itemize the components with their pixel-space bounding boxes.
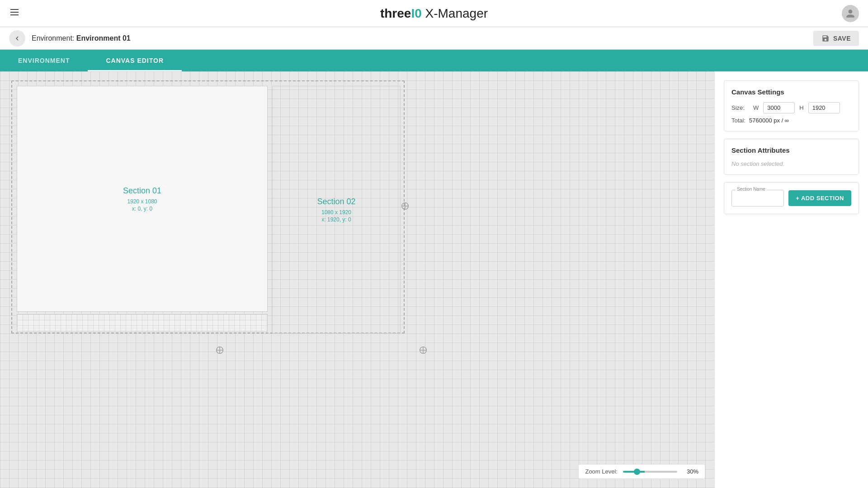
- section-01-label: Section 01: [123, 186, 161, 196]
- canvas-area[interactable]: Section 01 868 x 488 x: 0, y: 0 Sectio…: [0, 71, 714, 488]
- section-name-input[interactable]: [732, 190, 783, 206]
- section-attributes-title: Section Attributes: [731, 146, 851, 154]
- section-name-legend: Section Name: [736, 187, 767, 192]
- section-name-wrapper: Section Name: [731, 190, 784, 206]
- height-letter: H: [799, 104, 803, 111]
- add-section-row: Section Name + ADD SECTION: [731, 190, 851, 206]
- app-title-zero: I0: [411, 6, 421, 20]
- section-02[interactable]: Section 02 488 x 868 x: 1920, y: 0: [272, 86, 401, 333]
- save-button[interactable]: SAVE: [813, 31, 859, 46]
- add-section-panel: Section Name + ADD SECTION: [724, 182, 859, 214]
- zoom-label: Zoom Level:: [585, 468, 618, 475]
- total-value: 5760000 px / ∞: [749, 117, 789, 124]
- zoom-bar: Zoom Level: 30%: [578, 464, 705, 479]
- sub-navigation: Environment: Environment 01 SAVE: [0, 27, 868, 50]
- canvas-settings-panel: Canvas Settings Size: W H Total: 5760000…: [724, 80, 859, 131]
- crosshair-bottom-left[interactable]: [215, 345, 225, 357]
- section-01-lower: [17, 314, 268, 332]
- hamburger-icon[interactable]: [9, 7, 20, 20]
- size-label: Size:: [731, 104, 749, 111]
- width-letter: W: [753, 104, 759, 111]
- tab-bar: ENVIRONMENT CANVAS EDITOR: [0, 50, 868, 71]
- save-icon: [821, 34, 830, 42]
- tab-environment[interactable]: ENVIRONMENT: [0, 50, 88, 71]
- app-title-bold: three: [380, 6, 411, 20]
- section-attributes-panel: Section Attributes No section selected.: [724, 139, 859, 175]
- section-02-pos: x: 1920, y: 0: [321, 216, 351, 223]
- section-01[interactable]: Section 01 868 x 488 x: 0, y: 0: [17, 86, 268, 312]
- tab-canvas-editor[interactable]: CANVAS EDITOR: [88, 50, 182, 71]
- right-panel: Canvas Settings Size: W H Total: 5760000…: [714, 71, 868, 488]
- section-01-pos: x: 0, y: 0: [132, 206, 152, 212]
- zoom-value: 30%: [683, 468, 698, 475]
- canvas-content: Section 01 868 x 488 x: 0, y: 0 Sectio…: [11, 80, 405, 333]
- canvas-settings-title: Canvas Settings: [731, 88, 851, 96]
- canvas-outer: Section 01 868 x 488 x: 0, y: 0 Sectio…: [11, 80, 405, 333]
- canvas-size-row: Size: W H: [731, 102, 851, 113]
- total-label: Total:: [731, 117, 745, 124]
- canvas-width-input[interactable]: [763, 102, 795, 113]
- main-layout: Section 01 868 x 488 x: 0, y: 0 Sectio…: [0, 71, 868, 488]
- section-02-label: Section 02: [317, 197, 355, 206]
- crosshair-right[interactable]: [400, 201, 410, 213]
- no-section-text: No section selected.: [731, 160, 851, 167]
- section-01-size: 868 x 488: [127, 198, 157, 205]
- section-02-size: 488 x 868: [321, 209, 351, 216]
- crosshair-bottom-right[interactable]: [418, 345, 428, 357]
- app-title: threeI0 X-Manager: [380, 6, 488, 21]
- user-icon[interactable]: [842, 5, 859, 22]
- add-section-button[interactable]: + ADD SECTION: [788, 190, 851, 206]
- back-button[interactable]: [9, 30, 25, 47]
- zoom-slider[interactable]: [623, 471, 677, 473]
- environment-title: Environment: Environment 01: [32, 34, 131, 42]
- canvas-height-input[interactable]: [808, 102, 840, 113]
- canvas-total-row: Total: 5760000 px / ∞: [731, 117, 851, 124]
- app-title-rest: X-Manager: [422, 6, 488, 20]
- top-navigation: threeI0 X-Manager: [0, 0, 868, 27]
